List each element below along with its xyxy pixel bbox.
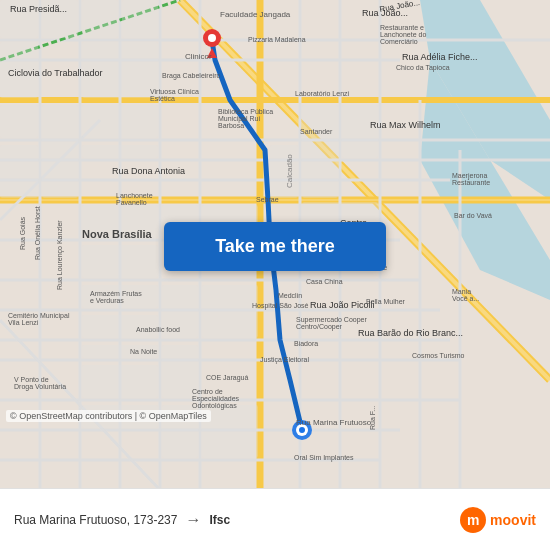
svg-rect-50 — [42, 105, 78, 198]
street-label-adelia: Rua Adélia Fiche... — [402, 52, 478, 62]
route-info: Rua Marina Frutuoso, 173-237 → Ifsc — [14, 511, 460, 529]
place-biadora: Biadora — [294, 340, 318, 347]
place-casa-china: Casa China — [306, 278, 343, 285]
osm-attribution: © OpenStreetMap contributors | © OpenMap… — [6, 410, 211, 422]
place-restaurante: Restaurante eLanchonete doComerciário — [380, 24, 426, 45]
place-odonto: Centro deEspecialidadesOdontológicas — [192, 388, 239, 409]
place-cooper: Supermercado CooperCentro/Cooper — [296, 316, 367, 330]
route-arrow: → — [185, 511, 201, 529]
place-mania: ManiaVocê a... — [452, 288, 479, 302]
street-label-presidá: Rua Presidã... — [10, 4, 67, 14]
place-oral-sim: Oral Sim Implantes — [294, 454, 354, 461]
place-v-ponto: V Ponto deDroga Voluntária — [14, 376, 66, 390]
place-virtuosa: Virtuosa ClínicaEstética — [150, 88, 199, 102]
svg-text:Rua Lourenço Kanzler: Rua Lourenço Kanzler — [56, 220, 64, 290]
svg-rect-46 — [122, 0, 158, 38]
moovit-icon: m — [460, 507, 486, 533]
place-braga: Braga Cabeleireiro — [162, 72, 220, 79]
place-lanchonete: LanchonetePavanello — [116, 192, 153, 206]
street-label-max: Rua Max Wilhelm — [370, 120, 441, 130]
svg-rect-53 — [302, 105, 338, 198]
place-faculdade: Faculdade Jangada — [220, 10, 290, 19]
place-santander: Santander — [300, 128, 332, 135]
place-maerjerona: MaerjeronaRestaurante — [452, 172, 490, 186]
place-laboratorio: Laboratório Lenzi — [295, 90, 349, 97]
place-bella-mulher: Bella Mulher — [366, 298, 405, 305]
svg-text:Rua Goiás: Rua Goiás — [19, 216, 26, 250]
svg-point-75 — [208, 34, 216, 42]
svg-rect-57 — [82, 245, 158, 278]
route-destination: Ifsc — [209, 513, 230, 527]
street-label-joao-picolli: Rua João Picolli — [310, 300, 375, 310]
svg-rect-44 — [0, 105, 38, 138]
place-chico: Chico da Tapioca — [396, 64, 450, 71]
place-biblioteca: Biblioteca PúblicaMunicipal RuiBarbosa — [218, 108, 273, 129]
place-clinicor: Clinicor — [185, 52, 212, 61]
street-label-dona: Rua Dona Antonia — [112, 166, 185, 176]
svg-rect-48 — [82, 105, 158, 138]
place-na-noite: Na Noite — [130, 348, 157, 355]
svg-rect-61 — [82, 365, 158, 398]
svg-rect-52 — [270, 145, 298, 198]
take-me-there-button[interactable]: Take me there — [164, 222, 386, 271]
svg-rect-45 — [82, 0, 118, 38]
route-origin: Rua Marina Frutuoso, 173-237 — [14, 513, 177, 527]
street-label-ciclovia: Ciclovia do Trabalhador — [8, 68, 103, 78]
svg-rect-54 — [342, 105, 378, 158]
place-anabollic: Anabollic food — [136, 326, 180, 333]
moovit-letter: m — [467, 512, 479, 528]
street-label-barao: Rua Barão do Rio Branc... — [358, 328, 463, 338]
svg-rect-68 — [202, 285, 258, 338]
svg-rect-51 — [0, 145, 38, 198]
moovit-brand: m moovit — [460, 507, 536, 533]
place-cemiterio: Cemitério MunicipalVila Lenzi — [8, 312, 69, 326]
street-label-joao: Rua João... — [362, 8, 408, 18]
svg-text:Rua Onélia Horst: Rua Onélia Horst — [34, 206, 41, 260]
place-coe: COE Jaraguá — [206, 374, 248, 381]
place-pizzaria: Pizzaria Madalena — [248, 36, 306, 43]
moovit-name: moovit — [490, 512, 536, 528]
place-armazem: Armazém Frutase Verduras — [90, 290, 142, 304]
place-medclin: Medclin — [278, 292, 302, 299]
svg-point-72 — [299, 427, 305, 433]
label-nova-brasilia: Nova Brasília — [82, 228, 152, 240]
place-marina: Rua Marina Frutuoso — [296, 418, 371, 427]
place-sebrae: Sebrae — [256, 196, 279, 203]
bottom-bar: Rua Marina Frutuoso, 173-237 → Ifsc m mo… — [0, 488, 550, 550]
svg-rect-49 — [82, 145, 158, 158]
place-cosmos: Cosmos Turismo — [412, 352, 465, 359]
place-justica: Justiça Eleitoral — [260, 356, 309, 363]
map-container: Rua João... Rua Lourenço Kanzler Rua Oné… — [0, 0, 550, 490]
place-hospital: Hospital São José — [252, 302, 308, 309]
place-bar-vava: Bar do Vavá — [454, 212, 492, 219]
